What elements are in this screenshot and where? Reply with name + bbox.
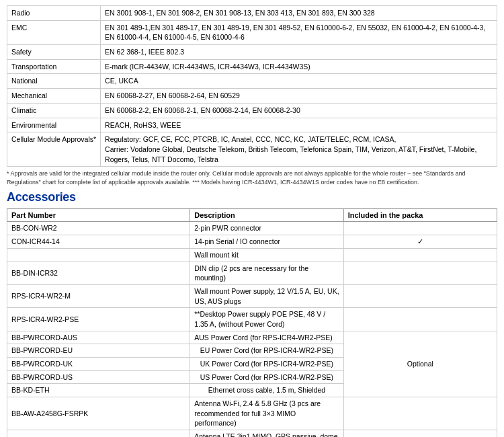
description-cell: Ethernet cross cable, 1.5 m, Shielded: [190, 384, 343, 397]
part-number-cell: BB-2J7041BGFAP-300: [7, 430, 190, 437]
included-cell: [343, 284, 497, 307]
acc-column-header: Part Number: [7, 209, 190, 222]
standards-value: EN 3001 908-1, EN 301 908-2, EN 301 908-…: [101, 6, 497, 21]
included-cell: ✓: [343, 235, 497, 249]
description-cell: **Desktop Power supply POE PSE, 48 V / 1…: [190, 308, 343, 331]
standards-label: Environmental: [7, 118, 101, 132]
standards-value: EN 62 368-1, IEEE 802.3: [101, 45, 497, 60]
included-cell: [343, 262, 497, 284]
standards-row: RadioEN 3001 908-1, EN 301 908-2, EN 301…: [7, 6, 497, 21]
description-cell: DIN clip (2 pcs are necessary for the mo…: [190, 262, 343, 284]
part-number-cell: BB-PWRCORD-AUS: [7, 331, 190, 344]
main-container: RadioEN 3001 908-1, EN 301 908-2, EN 301…: [0, 0, 504, 437]
standards-label: Safety: [7, 45, 101, 60]
acc-column-header: Description: [190, 209, 343, 222]
description-cell: US Power Cord (for RPS-ICR4-WR2-PSE): [190, 370, 343, 384]
part-number-cell: BB-PWRCORD-US: [7, 370, 190, 384]
standards-label: Radio: [7, 6, 101, 21]
standards-value: REACH, RoHS3, WEEE: [101, 118, 497, 132]
part-number-cell: RPS-ICR4-WR2-M: [7, 284, 190, 307]
table-row: RPS-ICR4-WR2-PSE**Desktop Power supply P…: [7, 308, 497, 331]
standards-row: SafetyEN 62 368-1, IEEE 802.3: [7, 45, 497, 60]
standards-table: RadioEN 3001 908-1, EN 301 908-2, EN 301…: [7, 5, 497, 167]
description-cell: UK Power Cord (for RPS-ICR4-WR2-PSE): [190, 358, 343, 371]
standards-row: ClimaticEN 60068-2-2, EN 60068-2-1, EN 6…: [7, 103, 497, 118]
standards-value: EN 60068-2-27, EN 60068-2-64, EN 60529: [101, 89, 497, 104]
acc-column-header: Included in the packa: [343, 209, 497, 222]
note-item: * Approvals are valid for the integrated…: [7, 169, 497, 186]
part-number-cell: BB-PWRCORD-UK: [7, 358, 190, 371]
description-cell: Antenna LTE 3in1 MIMO, GPS passive, dome…: [190, 430, 343, 437]
description-cell: AUS Power Cord (for RPS-ICR4-WR2-PSE): [190, 331, 343, 344]
included-cell: [343, 397, 497, 430]
included-cell: [343, 248, 497, 262]
included-cell: Optional: [343, 331, 497, 397]
part-number-cell: [7, 248, 190, 262]
standards-row: NationalCE, UKCA: [7, 74, 497, 89]
description-cell: Wall mount Power supply, 12 V/1.5 A, EU,…: [190, 284, 343, 307]
standards-value: EN 301 489-1,EN 301 489-17, EN 301 489-1…: [101, 20, 497, 44]
standards-value: EN 60068-2-2, EN 60068-2-1, EN 60068-2-1…: [101, 103, 497, 118]
description-cell: Antenna Wi-Fi, 2.4 & 5.8 GHz (3 pcs are …: [190, 397, 343, 430]
standards-row: EMCEN 301 489-1,EN 301 489-17, EN 301 48…: [7, 20, 497, 44]
table-row: BB-DIN-ICR32DIN clip (2 pcs are necessar…: [7, 262, 497, 284]
standards-label: Climatic: [7, 103, 101, 118]
standards-label: National: [7, 74, 101, 89]
notes-text: * Approvals are valid for the integrated…: [7, 169, 497, 186]
standards-row: TransportationE-mark (ICR-4434W, ICR-443…: [7, 59, 497, 74]
part-number-cell: BB-CON-WR2: [7, 222, 190, 235]
table-row: Wall mount kit: [7, 248, 497, 262]
part-number-cell: BB-AW-A2458G-FSRPK: [7, 397, 190, 430]
part-number-cell: BB-KD-ETH: [7, 384, 190, 397]
accessories-table: Part NumberDescriptionIncluded in the pa…: [7, 208, 497, 437]
description-cell: EU Power Cord (for RPS-ICR4-WR2-PSE): [190, 344, 343, 358]
accessories-heading: Accessories: [7, 190, 497, 204]
part-number-cell: BB-DIN-ICR32: [7, 262, 190, 284]
standards-row: Cellular Module Approvals*Regulatory: GC…: [7, 132, 497, 167]
standards-value: Regulatory: GCF, CE, FCC, PTCRB, IC, Ana…: [101, 132, 497, 167]
table-row: CON-ICR44-1414-pin Serial / IO connector…: [7, 235, 497, 249]
table-row: RPS-ICR4-WR2-MWall mount Power supply, 1…: [7, 284, 497, 307]
description-cell: 2-pin PWR connector: [190, 222, 343, 235]
description-cell: 14-pin Serial / IO connector: [190, 235, 343, 249]
table-row: BB-AW-A2458G-FSRPKAntenna Wi-Fi, 2.4 & 5…: [7, 397, 497, 430]
included-cell: [343, 430, 497, 437]
standards-value: CE, UKCA: [101, 74, 497, 89]
part-number-cell: BB-PWRCORD-EU: [7, 344, 190, 358]
standards-label: EMC: [7, 20, 101, 44]
standards-row: MechanicalEN 60068-2-27, EN 60068-2-64, …: [7, 89, 497, 104]
standards-label: Mechanical: [7, 89, 101, 104]
standards-label: Transportation: [7, 59, 101, 74]
part-number-cell: RPS-ICR4-WR2-PSE: [7, 308, 190, 331]
standards-value: E-mark (ICR-4434W, ICR-4434WS, ICR-4434W…: [101, 59, 497, 74]
description-cell: Wall mount kit: [190, 248, 343, 262]
part-number-cell: CON-ICR44-14: [7, 235, 190, 249]
table-row: BB-2J7041BGFAP-300Antenna LTE 3in1 MIMO,…: [7, 430, 497, 437]
table-row: BB-PWRCORD-AUSAUS Power Cord (for RPS-IC…: [7, 331, 497, 344]
standards-label: Cellular Module Approvals*: [7, 132, 101, 167]
table-row: BB-CON-WR22-pin PWR connector: [7, 222, 497, 235]
included-cell: [343, 222, 497, 235]
included-cell: [343, 308, 497, 331]
standards-row: EnvironmentalREACH, RoHS3, WEEE: [7, 118, 497, 132]
